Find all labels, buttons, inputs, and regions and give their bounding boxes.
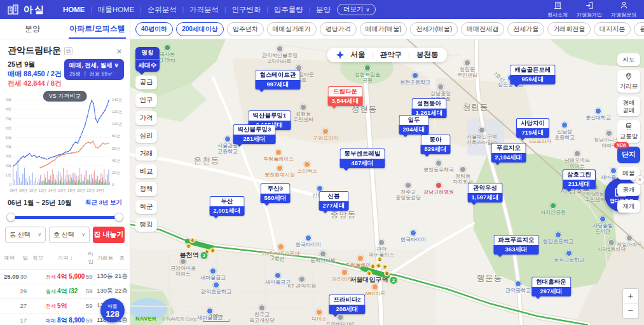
nav-item-분양[interactable]: 분양 bbox=[316, 5, 331, 15]
chevron-down-icon: ∨ bbox=[38, 232, 41, 237]
filter-chip-label: 거래회전율 bbox=[553, 25, 585, 34]
nav-person-link[interactable]: 가맹점문의 bbox=[611, 1, 636, 18]
nav-item-인구변화[interactable]: 인구변화 bbox=[231, 5, 261, 15]
filter-chip-200세대이상[interactable]: 200세대이상 bbox=[176, 22, 224, 36]
nav-right-label: 가맹점문의 bbox=[611, 11, 636, 18]
complex-flag-일두[interactable]: 일두204세대 bbox=[399, 115, 429, 135]
filter-chip-매매전세갭[interactable]: 매매전세갭 bbox=[461, 22, 504, 36]
complex-flag-name: 삼호그린 bbox=[563, 169, 596, 180]
table-row[interactable]: 29월세4억 /3259130동22층 bbox=[0, 284, 130, 298]
list-my-home-button[interactable]: 집 내놓기 bbox=[93, 227, 125, 243]
nav-item-순위분석[interactable]: 순위분석 bbox=[147, 5, 177, 15]
svg-text:5억: 5억 bbox=[6, 135, 11, 139]
complex-flag-관악우성[interactable]: 관악우성1,597세대 bbox=[468, 183, 503, 202]
nav-item-매물HOME[interactable]: 매물HOME bbox=[98, 5, 135, 15]
slider-track[interactable] bbox=[9, 216, 121, 219]
complex-flag-households: 297세대 bbox=[531, 287, 571, 296]
complex-flag-동아[interactable]: 동아829세대 bbox=[421, 135, 451, 154]
breadcrumb-city[interactable]: 서울 bbox=[351, 50, 366, 60]
complex-flag-신봉[interactable]: 신봉277세대 bbox=[319, 191, 349, 211]
nav-item-입주물량[interactable]: 입주물량 bbox=[274, 5, 303, 15]
sidebar-tabs: 분양아파트/오피스텔 bbox=[0, 19, 130, 39]
filter-chip-매매가(매물)[interactable]: 매매가(매물) bbox=[360, 22, 408, 36]
svg-text:2억: 2억 bbox=[6, 164, 11, 168]
complex-flag-힐스테이트관[interactable]: 힐스테이트관997세대 bbox=[256, 70, 301, 90]
vs-compare-badge[interactable]: VS 가격비교 bbox=[43, 91, 87, 102]
filter-chip-전세가(매물)[interactable]: 전세가(매물) bbox=[410, 22, 458, 36]
complex-flag-동부센트레빌[interactable]: 동부센트레빌487세대 bbox=[340, 149, 385, 168]
listing-count-badge[interactable]: 매물 128 bbox=[100, 298, 125, 322]
nav-building-link[interactable]: 회사소개 bbox=[547, 1, 568, 18]
complex-flag-두산[interactable]: 두산2,001세대 bbox=[210, 196, 245, 216]
complex-flag-name: 힐스테이트관 bbox=[256, 70, 301, 80]
svg-text:10년: 10년 bbox=[29, 189, 37, 192]
close-icon[interactable]: × bbox=[116, 46, 122, 56]
map-tool-경매공매[interactable]: 경매공매 bbox=[617, 96, 640, 117]
map-tool-중개[interactable]: 중개 bbox=[617, 183, 640, 196]
nav-door-arrow-link[interactable]: 가맹점가입 bbox=[577, 1, 602, 18]
complex-flag-name: 사당자이 bbox=[516, 118, 549, 128]
complex-flag-현대홈타운[interactable]: 현대홈타운297세대 bbox=[531, 277, 571, 296]
complex-flag-드림타운[interactable]: 드림타운3,544세대 bbox=[328, 86, 363, 106]
table-row[interactable]: 25.0930전세4억 5,00059130동21층 bbox=[0, 269, 130, 284]
complex-flag-푸르지오[interactable]: 푸르지오2,104세대 bbox=[491, 143, 526, 162]
map-tool-심리[interactable]: 심리 bbox=[135, 129, 157, 143]
filter-chip-입주년차[interactable]: 입주년차 bbox=[227, 22, 264, 36]
compare-icon[interactable]: ⧉ bbox=[64, 47, 72, 55]
zoom-out-button[interactable]: − bbox=[622, 303, 639, 319]
complex-flag-name: 벽산블루밍1 bbox=[249, 110, 291, 121]
complex-flag-name: 관악우성 bbox=[468, 183, 503, 193]
map-tool-랭킹[interactable]: 랭킹 bbox=[135, 218, 157, 232]
complex-flag-두산3[interactable]: 두산3560세대 bbox=[261, 183, 291, 203]
map-tool-거리뷰[interactable]: 거리뷰 bbox=[617, 70, 640, 93]
table-cell bbox=[31, 284, 45, 298]
table-cell: 59 bbox=[85, 284, 96, 298]
map-tool-인구[interactable]: 인구 bbox=[135, 93, 157, 107]
tool-label: 지도 bbox=[617, 56, 640, 63]
complex-flag-삼호그린[interactable]: 삼호그린211세대 bbox=[563, 169, 596, 189]
more-button[interactable]: 더보기 ∨ bbox=[337, 4, 376, 15]
slider-handle-right[interactable] bbox=[114, 213, 123, 222]
asil-logo[interactable]: 아실 bbox=[8, 4, 45, 16]
complex-flag-프라비다2[interactable]: 프라비다2208세대 bbox=[329, 295, 365, 314]
nav-item-HOME[interactable]: HOME bbox=[63, 6, 85, 13]
label-mode-toggle[interactable]: 명칭 세대수 bbox=[135, 47, 160, 72]
map-tool-비교[interactable]: 비교 bbox=[135, 164, 157, 178]
map-tool-단지[interactable]: NEW단지 bbox=[617, 147, 640, 163]
recent-3y-link[interactable]: 최근 3년 보기 bbox=[85, 199, 122, 207]
filter-chip-매매실거래가[interactable]: 매매실거래가 bbox=[267, 22, 317, 36]
filter-chip-거래회전율[interactable]: 거래회전율 bbox=[547, 22, 591, 36]
zoom-in-button[interactable]: + bbox=[622, 288, 639, 303]
tab-아파트/오피스텔[interactable]: 아파트/오피스텔 bbox=[65, 19, 130, 39]
map-tool-학군[interactable]: 학군 bbox=[135, 200, 157, 214]
price-type-selector[interactable]: 매매, 전세, 월세 ∨ 25평 ㅣ 전용 59㎡ bbox=[64, 59, 124, 80]
map-tool-교통망[interactable]: 교통망 bbox=[617, 120, 640, 143]
price-type-line1: 매매, 전세, 월세 ∨ bbox=[69, 61, 119, 70]
map-tool-공급[interactable]: 공급 bbox=[135, 76, 157, 90]
slider-handle-left[interactable] bbox=[6, 213, 15, 222]
filter-chip-label: 매매전세갭 bbox=[467, 25, 498, 34]
map-tool-지도[interactable]: 지도 bbox=[617, 53, 640, 66]
app-download-close-icon[interactable]: × bbox=[635, 175, 644, 185]
svg-text:0: 0 bbox=[112, 183, 114, 187]
filter-chip-전세가율[interactable]: 전세가율 bbox=[507, 22, 544, 36]
nav-item-가격분석[interactable]: 가격분석 bbox=[189, 5, 219, 15]
ho-select[interactable]: 호 선택∨ bbox=[49, 227, 90, 243]
breadcrumb-district[interactable]: 관악구 bbox=[380, 50, 402, 60]
breadcrumb-neighborhood[interactable]: 봉천동 bbox=[416, 50, 439, 60]
dong-select[interactable]: 동 선택∨ bbox=[5, 227, 46, 243]
map-tool-거래[interactable]: 거래 bbox=[135, 147, 157, 161]
filter-chip-대지지분[interactable]: 대지지분 bbox=[594, 22, 631, 36]
complex-flag-사당자이[interactable]: 사당자이719세대 bbox=[516, 118, 549, 138]
complex-flag-벽산블루밍3[interactable]: 벽산블루밍3281세대 bbox=[233, 124, 276, 144]
filter-chip-용적률[interactable]: 용적률 bbox=[634, 22, 644, 36]
tab-분양[interactable]: 분양 bbox=[0, 19, 65, 39]
map-tool-가격[interactable]: 가격 bbox=[135, 111, 157, 125]
filter-chip-40평이하[interactable]: 40평이하 bbox=[135, 22, 173, 36]
filter-chip-평당가격[interactable]: 평당가격 bbox=[320, 22, 357, 36]
complex-flag-캐슬골든포레[interactable]: 캐슬골든포레959세대 bbox=[510, 65, 556, 84]
complex-flag-파크푸르지오[interactable]: 파크푸르지오363세대 bbox=[494, 235, 539, 255]
map-tool-정책[interactable]: 정책 bbox=[135, 182, 157, 196]
naver-map[interactable]: 7호선 2호선 서울| 관악구| 봉천동 명칭 세대수 공급인구가격심리거래비교… bbox=[130, 39, 644, 325]
map-tool-재개[interactable]: 재개 bbox=[617, 200, 640, 213]
